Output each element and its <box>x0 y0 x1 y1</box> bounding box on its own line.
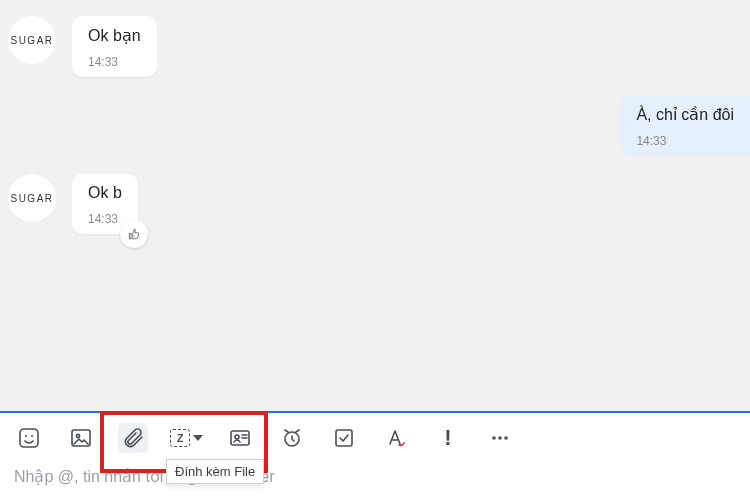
task-button[interactable] <box>329 423 359 453</box>
image-button[interactable] <box>66 423 96 453</box>
task-check-icon <box>332 426 356 450</box>
sticker-icon <box>17 426 41 450</box>
svg-point-1 <box>25 435 27 437</box>
alarm-clock-icon <box>280 426 304 450</box>
composer-toolbar: Z ! Đính kèm File <box>0 413 750 457</box>
message-row: SUGAR Ok b 14:33 <box>8 174 750 234</box>
screenshot-icon: Z <box>170 429 203 447</box>
contact-card-icon <box>228 426 252 450</box>
svg-rect-8 <box>336 430 352 446</box>
text-format-icon <box>384 426 408 450</box>
message-bubble[interactable]: Ok bạn 14:33 <box>72 16 157 77</box>
message-row: SUGAR Ok bạn 14:33 <box>8 16 750 77</box>
svg-point-11 <box>504 436 508 440</box>
message-bubble-own[interactable]: À, chỉ cần đôi 14:33 <box>620 95 750 156</box>
svg-point-4 <box>76 434 79 437</box>
priority-button[interactable]: ! <box>433 423 463 453</box>
paperclip-icon <box>121 426 145 450</box>
text-format-button[interactable] <box>381 423 411 453</box>
contact-card-button[interactable] <box>225 423 255 453</box>
screenshot-button[interactable]: Z <box>170 423 203 453</box>
chat-message-list: SUGAR Ok bạn 14:33 À, chỉ cần đôi 14:33 … <box>0 0 750 411</box>
avatar[interactable]: SUGAR <box>8 174 56 222</box>
svg-point-6 <box>235 435 239 439</box>
svg-point-9 <box>492 436 496 440</box>
image-icon <box>69 426 93 450</box>
sticker-button[interactable] <box>14 423 44 453</box>
message-time: 14:33 <box>88 212 122 226</box>
avatar[interactable]: SUGAR <box>8 16 56 64</box>
thumbs-up-icon <box>127 227 141 241</box>
message-text: Ok bạn <box>88 26 141 45</box>
message-bubble[interactable]: Ok b 14:33 <box>72 174 138 234</box>
attach-file-button[interactable] <box>118 423 148 453</box>
composer-input-area[interactable]: Nhập @, tin nhắn tới Sugar Sneaker <box>0 457 750 500</box>
message-text: Ok b <box>88 184 122 202</box>
message-time: 14:33 <box>636 134 734 148</box>
message-row: À, chỉ cần đôi 14:33 <box>8 95 750 156</box>
more-horizontal-icon <box>488 426 512 450</box>
more-options-button[interactable] <box>485 423 515 453</box>
svg-point-2 <box>31 435 33 437</box>
message-time: 14:33 <box>88 55 141 69</box>
message-text: À, chỉ cần đôi <box>636 105 734 124</box>
reminder-button[interactable] <box>277 423 307 453</box>
composer-toolbar-container: Z ! Đính kèm File Nhập @, tin nhắn tới S… <box>0 411 750 500</box>
svg-point-10 <box>498 436 502 440</box>
attach-file-tooltip: Đính kèm File <box>166 459 264 484</box>
svg-rect-0 <box>20 429 38 447</box>
exclamation-icon: ! <box>444 427 451 449</box>
like-reaction-badge[interactable] <box>120 220 148 248</box>
